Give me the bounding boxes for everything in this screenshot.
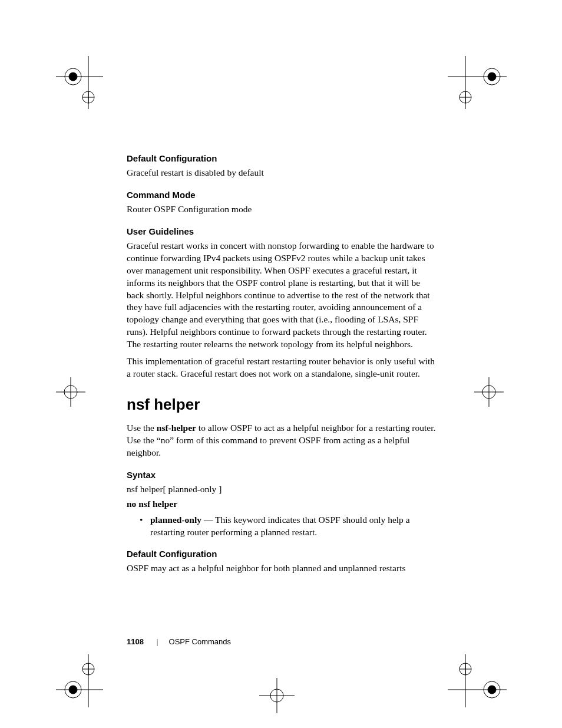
registration-mark-icon [56,377,85,407]
footer-title: OSPF Commands [169,637,231,646]
page-footer: 1108 | OSPF Commands [127,637,231,646]
nsf-intro-pre: Use the [127,423,157,433]
heading-nsf-helper: nsf helper [127,396,439,414]
nsf-intro-bold: nsf-helper [157,423,196,433]
footer-separator: | [157,637,158,646]
syntax-bullet-item: planned-only — This keyword indicates th… [140,514,439,539]
syntax-bullet-list: planned-only — This keyword indicates th… [140,514,439,539]
heading-user-guidelines: User Guidelines [127,226,439,236]
registration-mark-icon [259,678,295,713]
syntax-bullet-bold: planned-only [150,515,201,525]
text-syntax-line2: no nsf helper [127,498,439,510]
registration-mark-icon [448,654,507,707]
text-user-guidelines-p1: Graceful restart works in concert with n… [127,240,439,351]
page-content: Default Configuration Graceful restart i… [127,153,439,585]
text-default-config-1: Graceful restart is disabled by default [127,167,439,179]
text-syntax-line1: nsf helper[ planned-only ] [127,483,439,496]
heading-default-configuration-2: Default Configuration [127,549,439,559]
heading-syntax: Syntax [127,470,439,480]
registration-mark-icon [56,654,103,707]
registration-mark-icon [474,377,504,407]
text-command-mode: Router OSPF Configuration mode [127,203,439,216]
svg-point-33 [488,686,496,694]
page-number: 1108 [127,637,144,646]
text-nsf-helper-intro: Use the nsf-helper to allow OSPF to act … [127,422,439,459]
svg-point-10 [488,73,496,81]
text-default-config-2: OSPF may act as a helpful neighbor for b… [127,562,439,575]
registration-mark-icon [56,56,103,109]
heading-command-mode: Command Mode [127,190,439,200]
svg-point-26 [69,686,77,694]
text-user-guidelines-p2: This implementation of graceful restart … [127,355,439,380]
heading-default-configuration-1: Default Configuration [127,153,439,163]
svg-point-3 [69,73,77,81]
registration-mark-icon [448,56,507,109]
